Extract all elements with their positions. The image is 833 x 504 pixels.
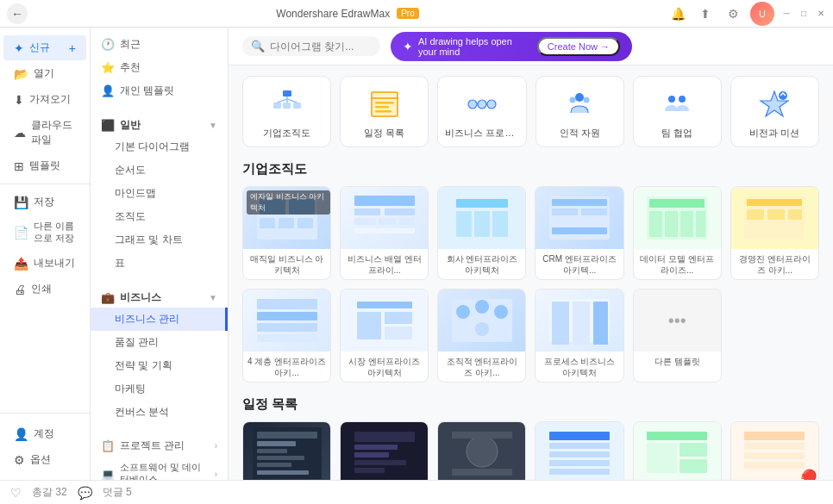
schedule-template-card[interactable]: 작고 이사회 최의 의제 (633, 421, 722, 480)
sidebar-item-open[interactable]: 📂 열기 (3, 61, 86, 86)
category-label-team: 팀 협업 (641, 127, 714, 140)
sidebar-item-template[interactable]: ⊞ 템플릿 (3, 153, 86, 178)
sidebar-item-export[interactable]: 📤 내보내기 (3, 251, 86, 276)
nav-charts[interactable]: 그래프 및 차트 (91, 228, 228, 252)
svg-point-19 (584, 97, 590, 103)
nav-software-db[interactable]: 💻 소프트웨어 및 데이터베이스 › (91, 457, 228, 480)
sidebar-item-save-as[interactable]: 📄 다른 이름으로 저장 (3, 215, 86, 250)
nav-recent[interactable]: 🕐 최근 (91, 33, 228, 56)
nav-business-management[interactable]: 비즈니스 관리 (91, 308, 228, 331)
template-card[interactable]: 에자일 비즈니스 아키텍처 매직일 비즈니스 아키텍처 (242, 186, 331, 280)
nav-marketing[interactable]: 마케팅 (91, 377, 228, 401)
svg-rect-44 (552, 208, 578, 215)
bottom-bar: ♡ 총갈 32 💬 덧글 5 (0, 480, 833, 504)
search-input[interactable] (270, 40, 372, 53)
schedule-thumb-svg (448, 427, 517, 479)
sidebar-item-save[interactable]: 💾 저장 (3, 190, 86, 215)
nav-table[interactable]: 표 (91, 252, 228, 275)
svg-point-14 (487, 100, 496, 109)
minimize-button[interactable]: ─ (781, 9, 792, 19)
svg-rect-67 (357, 302, 412, 308)
settings-icon[interactable]: ⚙ (723, 3, 743, 24)
nav-flowchart[interactable]: 순서도 (91, 159, 228, 182)
schedule-template-card[interactable]: Life 🔴 스포츠 팀 회의 일정 (730, 421, 819, 480)
svg-rect-105 (647, 443, 677, 473)
notification-icon[interactable]: 🔔 (667, 3, 688, 24)
template-card[interactable]: 데이터 모델 엔터프라이즈... (633, 186, 722, 280)
nav-recommended[interactable]: ⭐ 추천 (91, 56, 228, 79)
category-org-chart[interactable]: 기업조직도 (242, 76, 331, 147)
sidebar-item-cloud[interactable]: ☁ 클라우드 파일 (3, 113, 86, 152)
template-card[interactable]: 프로세스 비즈니스 아키텍처 (535, 289, 623, 383)
svg-rect-11 (375, 110, 391, 113)
nav-general-header[interactable]: ⬛ 일반 ▼ (91, 113, 228, 135)
nav-personal-template[interactable]: 👤 개인 템플릿 (91, 79, 228, 103)
share-icon[interactable]: ⬆ (695, 3, 716, 24)
import-icon: ⬇ (14, 93, 24, 107)
total-count-label: 총갈 32 (32, 485, 67, 500)
nav-quality[interactable]: 품질 관리 (91, 331, 228, 354)
category-schedule[interactable]: 일정 목록 (340, 76, 429, 147)
back-button[interactable]: ← (7, 3, 28, 24)
schedule-template-card[interactable]: 비즈니스 회의 일정 (340, 421, 429, 480)
nav-mindmap[interactable]: 마인드맵 (91, 182, 228, 205)
create-now-button[interactable]: Create Now → (537, 37, 620, 56)
sidebar-item-new[interactable]: ✦ 신규 + (3, 35, 86, 60)
svg-rect-2 (283, 103, 291, 109)
svg-rect-69 (385, 312, 412, 324)
nav-project[interactable]: 📋 프로젝트 관리 › (91, 434, 228, 457)
save-icon: 💾 (14, 196, 28, 209)
nav-orgchart[interactable]: 조직도 (91, 205, 228, 228)
schedule-template-card[interactable]: 회의 일정 (535, 421, 623, 480)
template-card-more[interactable]: ••• 다른 템플릿 (633, 289, 722, 383)
svg-rect-79 (593, 302, 608, 345)
svg-point-21 (679, 96, 686, 103)
nav-canvas[interactable]: 컨버스 분석 (91, 401, 228, 424)
search-icon: 🔍 (251, 40, 265, 53)
business-process-icon (467, 89, 498, 120)
user-avatar[interactable]: U (750, 2, 774, 26)
svg-rect-30 (354, 196, 415, 206)
svg-line-5 (277, 99, 287, 103)
template-label: 경영진 엔터프라이즈 아키... (731, 249, 818, 279)
maximize-button[interactable]: □ (799, 9, 809, 19)
sidebar-item-import[interactable]: ⬇ 가져오기 (3, 87, 86, 112)
svg-rect-91 (354, 460, 406, 465)
content-toolbar: 🔍 ✦ AI drawing helps open your mind Crea… (229, 28, 833, 65)
svg-rect-111 (744, 452, 805, 459)
svg-rect-29 (298, 218, 313, 228)
category-vision[interactable]: 비전과 미션 (730, 76, 819, 147)
vision-icon (759, 89, 790, 120)
template-card[interactable]: 4 계층 엔터프라이즈 아키... (242, 289, 331, 383)
export-icon: 📤 (14, 257, 28, 271)
template-thumb-svg (350, 192, 419, 244)
schedule-template-card[interactable]: 연례 회의 의제 (242, 421, 331, 480)
template-card[interactable]: 비즈니스 배열 엔터프라이... (340, 186, 429, 280)
titlebar: ← Wondershare EdrawMax Pro 🔔 ⬆ ⚙ U ─ □ ✕ (0, 0, 833, 28)
search-box[interactable]: 🔍 (242, 36, 380, 56)
nav-basic-diagram[interactable]: 기본 다이어그램 (91, 135, 228, 159)
template-card[interactable]: 회사 엔터프라이즈 아키텍처 (437, 186, 526, 280)
category-team[interactable]: 팀 협업 (633, 76, 722, 147)
category-label-org: 기업조직도 (250, 127, 323, 140)
nav-business-header[interactable]: 💼 비즈니스 ▼ (91, 285, 228, 308)
org-section-title: 기업조직도 (242, 161, 819, 177)
category-hr[interactable]: 인적 자원 (536, 76, 624, 147)
category-business-process[interactable]: 비즈니스 프로세스 (437, 76, 526, 147)
save-as-icon: 📄 (14, 226, 28, 240)
svg-point-17 (575, 93, 584, 102)
template-card[interactable]: 조직적 엔터프라이즈 아키... (437, 289, 526, 383)
nav-strategy[interactable]: 전략 및 기획 (91, 354, 228, 377)
svg-rect-55 (696, 211, 705, 237)
sidebar-item-print[interactable]: 🖨 인쇄 (3, 277, 86, 302)
svg-point-72 (456, 305, 470, 319)
svg-rect-70 (385, 327, 412, 339)
sidebar-item-options[interactable]: ⚙ 옵션 (3, 447, 86, 472)
close-button[interactable]: ✕ (816, 9, 826, 19)
template-card[interactable]: CRM 엔터프라이즈 아키텍... (535, 186, 623, 280)
template-card[interactable]: 경영진 엔터프라이즈 아키... (730, 186, 819, 280)
template-card[interactable]: 시장 엔터프라이즈 아키텍처 (340, 289, 429, 383)
sidebar-item-account[interactable]: 👤 계정 (3, 421, 86, 446)
schedule-template-card[interactable]: 포럼 의제 (437, 421, 526, 480)
svg-rect-31 (354, 208, 380, 215)
